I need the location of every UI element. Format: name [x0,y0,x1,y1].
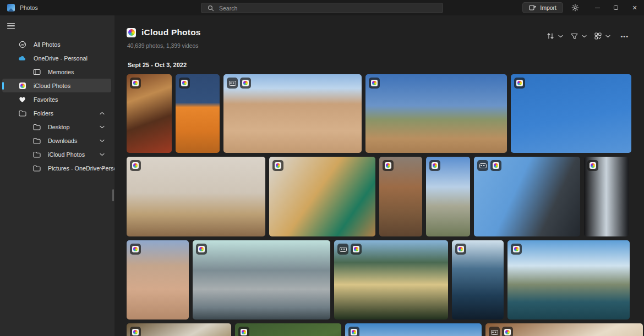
photo-row [127,157,643,236]
icloud-badge [272,160,283,171]
select-button[interactable] [593,30,612,42]
import-label: Import [540,4,556,11]
icloud-badge [369,78,380,89]
sidebar-item-icloud-photos[interactable]: iCloud Photos [2,79,111,92]
photo-dog-autumn-street[interactable] [379,157,422,236]
photo-eiffel-tower[interactable] [474,157,580,236]
sidebar-item-label: Desktop [48,124,70,130]
photo-canyon-hiker[interactable] [127,240,189,320]
gear-icon [571,4,579,12]
photo-beach-bikes[interactable] [426,157,470,236]
select-icon [594,32,602,40]
photo-dog-on-chair[interactable] [127,157,265,236]
icloud-badge [240,78,251,89]
photo-row [127,240,643,320]
photo-grid [127,74,643,336]
sidebar-item-label: Folders [34,110,53,117]
photo-cloudy-sky[interactable] [345,323,482,336]
minimize-icon [595,8,600,8]
icloud-badge [130,78,141,89]
minimize-button[interactable] [588,0,607,15]
folder-icon [18,109,26,117]
page-title: iCloud Photos [141,27,201,37]
photos-app-window: Photos Search Import ✕ [0,0,644,336]
photo-row [127,323,643,336]
icloud-badge [514,78,525,89]
photo-park-greenery[interactable] [235,323,341,336]
sidebar-item-folders[interactable]: Folders [2,106,111,120]
icloud-badge [130,327,141,336]
sort-icon [547,32,554,40]
filter-button[interactable] [570,31,588,42]
sidebar-item-downloads[interactable]: Downloads [2,134,111,147]
photo-shakshuka-dish[interactable] [127,74,172,153]
menu-toggle-button[interactable] [7,20,21,32]
sidebar-item-label: Pictures - OneDrive Personal [48,165,125,172]
video-badge [489,327,500,336]
sort-button[interactable] [545,30,564,42]
photo-latte-wood-table[interactable] [485,323,643,336]
close-button[interactable]: ✕ [625,0,644,15]
icloud-badge [511,244,522,255]
photo-desert-rocks-hiker[interactable] [223,74,362,153]
sidebar-item-desktop[interactable]: Desktop [2,120,111,134]
chevron-down-icon[interactable] [100,167,105,170]
sidebar-item-onedrive-personal[interactable]: OneDrive - Personal [2,51,111,65]
video-badge [477,160,488,171]
sidebar-item-label: Downloads [48,137,77,144]
photo-row [127,74,643,153]
icloud-badge [351,244,362,255]
chevron-down-icon[interactable] [100,125,105,129]
filter-icon [571,33,578,40]
photo-city-skyline-mountains[interactable] [193,240,330,320]
photo-pear-pizza-latte[interactable] [269,157,375,236]
chevron-up-icon[interactable] [100,112,105,115]
more-options-button[interactable]: ••• [620,33,629,40]
photo-lakeshore-sun[interactable] [452,240,504,320]
photo-joshua-trees[interactable] [365,74,507,153]
icloud-badge [587,160,598,171]
folder-icon [32,123,41,131]
sidebar-item-favorites[interactable]: Favorites [2,92,111,106]
sidebar-scrollbar[interactable] [112,189,114,201]
sidebar: All Photos OneDrive - Personal Memories … [0,15,114,336]
icloud-badge [348,327,359,336]
photo-forest-sunrays[interactable] [334,240,448,320]
sidebar-item-memories[interactable]: Memories [2,65,111,79]
sidebar-item-pictures-onedrive[interactable]: Pictures - OneDrive Personal [2,161,111,175]
icloud-photos-icon [18,81,26,90]
chevron-down-icon[interactable] [100,139,105,142]
icloud-badge [238,327,249,336]
photo-breakfast-ornate-table[interactable] [127,323,231,336]
library-counts: 40,639 photos, 1,399 videos [127,43,198,49]
photos-app-icon [7,4,15,12]
content-toolbar: ••• [545,30,629,42]
icloud-photos-icon [127,28,136,37]
titlebar-right: Import ✕ [522,0,644,15]
import-button[interactable]: Import [522,2,563,13]
sidebar-item-label: All Photos [34,41,61,48]
sidebar-item-icloud-photos-folder[interactable]: iCloud Photos [2,147,111,161]
photo-lake-cliffs[interactable] [507,240,630,320]
maximize-button[interactable] [607,0,625,15]
chevron-down-icon [582,35,587,38]
photo-carnival-swing-ride[interactable] [511,74,631,153]
sidebar-item-label: Favorites [34,96,58,103]
search-icon [206,4,215,12]
chevron-down-icon [605,35,610,38]
video-badge [227,78,238,89]
icloud-badge [502,327,513,336]
main-content: iCloud Photos 40,639 photos, 1,399 video… [114,15,644,336]
sidebar-item-all-photos[interactable]: All Photos [2,37,111,51]
app-identity: Photos [0,4,38,12]
settings-button[interactable] [571,4,579,12]
hamburger-icon [7,23,15,24]
page-header: iCloud Photos [127,27,201,37]
heart-icon [18,95,26,103]
maximize-icon [614,5,618,10]
search-input[interactable]: Search [201,3,443,13]
photo-louvre-pyramid[interactable] [584,157,629,236]
photo-sunset-mural[interactable] [176,74,220,153]
chevron-down-icon[interactable] [100,153,105,156]
chevron-down-icon [558,35,563,38]
